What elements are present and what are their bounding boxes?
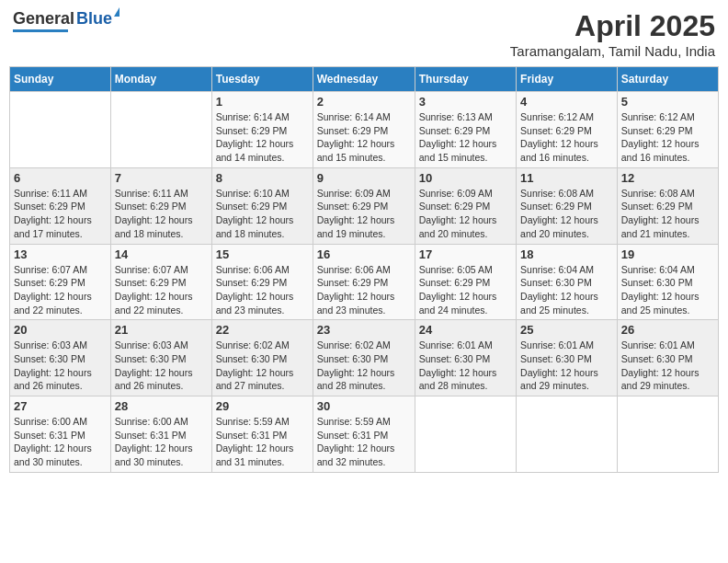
- calendar-header: SundayMondayTuesdayWednesdayThursdayFrid…: [10, 67, 719, 92]
- day-info: Sunrise: 6:00 AM Sunset: 6:31 PM Dayligh…: [115, 415, 208, 469]
- day-number: 2: [317, 95, 411, 109]
- day-number: 16: [317, 247, 411, 261]
- page-header: General Blue April 2025 Taramangalam, Ta…: [9, 9, 719, 59]
- calendar-week-3: 13Sunrise: 6:07 AM Sunset: 6:29 PM Dayli…: [10, 244, 719, 320]
- calendar-cell: 10Sunrise: 6:09 AM Sunset: 6:29 PM Dayli…: [415, 167, 516, 244]
- header-cell-thursday: Thursday: [415, 67, 516, 92]
- day-info: Sunrise: 6:08 AM Sunset: 6:29 PM Dayligh…: [520, 187, 613, 241]
- day-number: 28: [115, 399, 208, 413]
- calendar-cell: [617, 396, 718, 473]
- day-info: Sunrise: 6:02 AM Sunset: 6:30 PM Dayligh…: [317, 339, 411, 393]
- day-info: Sunrise: 6:07 AM Sunset: 6:29 PM Dayligh…: [115, 263, 208, 317]
- day-info: Sunrise: 6:01 AM Sunset: 6:30 PM Dayligh…: [419, 339, 512, 393]
- day-number: 21: [115, 323, 208, 337]
- calendar-cell: 29Sunrise: 5:59 AM Sunset: 6:31 PM Dayli…: [211, 396, 313, 473]
- calendar-cell: 20Sunrise: 6:03 AM Sunset: 6:30 PM Dayli…: [10, 320, 111, 396]
- calendar-cell: 5Sunrise: 6:12 AM Sunset: 6:29 PM Daylig…: [617, 92, 718, 168]
- calendar-cell: 14Sunrise: 6:07 AM Sunset: 6:29 PM Dayli…: [110, 244, 211, 320]
- logo-triangle: [114, 7, 119, 17]
- day-number: 30: [317, 399, 411, 413]
- calendar-cell: 3Sunrise: 6:13 AM Sunset: 6:29 PM Daylig…: [415, 92, 516, 168]
- calendar-week-5: 27Sunrise: 6:00 AM Sunset: 6:31 PM Dayli…: [10, 396, 719, 473]
- calendar-cell: 2Sunrise: 6:14 AM Sunset: 6:29 PM Daylig…: [313, 92, 415, 168]
- calendar-cell: 6Sunrise: 6:11 AM Sunset: 6:29 PM Daylig…: [10, 167, 111, 244]
- calendar-cell: 27Sunrise: 6:00 AM Sunset: 6:31 PM Dayli…: [10, 396, 111, 473]
- day-number: 1: [216, 95, 309, 109]
- day-info: Sunrise: 6:06 AM Sunset: 6:29 PM Dayligh…: [317, 263, 411, 317]
- calendar-cell: [517, 396, 618, 473]
- calendar-cell: 26Sunrise: 6:01 AM Sunset: 6:30 PM Dayli…: [617, 320, 718, 396]
- calendar-week-4: 20Sunrise: 6:03 AM Sunset: 6:30 PM Dayli…: [10, 320, 719, 396]
- day-info: Sunrise: 6:12 AM Sunset: 6:29 PM Dayligh…: [621, 110, 714, 165]
- day-info: Sunrise: 6:02 AM Sunset: 6:30 PM Dayligh…: [216, 339, 309, 393]
- calendar-cell: 7Sunrise: 6:11 AM Sunset: 6:29 PM Daylig…: [110, 167, 211, 244]
- day-number: 12: [621, 171, 714, 185]
- day-number: 25: [520, 323, 613, 337]
- day-info: Sunrise: 5:59 AM Sunset: 6:31 PM Dayligh…: [216, 415, 309, 469]
- day-number: 13: [14, 247, 107, 261]
- calendar-cell: 30Sunrise: 5:59 AM Sunset: 6:31 PM Dayli…: [313, 396, 415, 473]
- calendar-week-2: 6Sunrise: 6:11 AM Sunset: 6:29 PM Daylig…: [10, 167, 719, 244]
- day-info: Sunrise: 5:59 AM Sunset: 6:31 PM Dayligh…: [317, 415, 411, 469]
- day-number: 8: [216, 171, 309, 185]
- day-info: Sunrise: 6:12 AM Sunset: 6:29 PM Dayligh…: [520, 110, 613, 165]
- day-info: Sunrise: 6:14 AM Sunset: 6:29 PM Dayligh…: [216, 110, 309, 165]
- day-number: 26: [621, 323, 714, 337]
- day-info: Sunrise: 6:13 AM Sunset: 6:29 PM Dayligh…: [419, 110, 512, 165]
- calendar-cell: 11Sunrise: 6:08 AM Sunset: 6:29 PM Dayli…: [517, 167, 618, 244]
- day-number: 17: [419, 247, 512, 261]
- calendar-cell: 23Sunrise: 6:02 AM Sunset: 6:30 PM Dayli…: [313, 320, 415, 396]
- calendar-cell: 17Sunrise: 6:05 AM Sunset: 6:29 PM Dayli…: [415, 244, 516, 320]
- calendar-table: SundayMondayTuesdayWednesdayThursdayFrid…: [9, 66, 719, 473]
- day-info: Sunrise: 6:09 AM Sunset: 6:29 PM Dayligh…: [317, 187, 411, 241]
- day-number: 11: [520, 171, 613, 185]
- day-number: 27: [14, 399, 107, 413]
- day-number: 3: [419, 95, 512, 109]
- day-number: 4: [520, 95, 613, 109]
- day-number: 5: [621, 95, 714, 109]
- day-number: 20: [14, 323, 107, 337]
- day-number: 19: [621, 247, 714, 261]
- calendar-cell: 28Sunrise: 6:00 AM Sunset: 6:31 PM Dayli…: [110, 396, 211, 473]
- calendar-cell: 21Sunrise: 6:03 AM Sunset: 6:30 PM Dayli…: [110, 320, 211, 396]
- day-info: Sunrise: 6:03 AM Sunset: 6:30 PM Dayligh…: [115, 339, 208, 393]
- header-cell-monday: Monday: [110, 67, 211, 92]
- day-info: Sunrise: 6:11 AM Sunset: 6:29 PM Dayligh…: [115, 187, 208, 241]
- day-info: Sunrise: 6:03 AM Sunset: 6:30 PM Dayligh…: [14, 339, 107, 393]
- day-info: Sunrise: 6:00 AM Sunset: 6:31 PM Dayligh…: [14, 415, 107, 469]
- calendar-cell: 9Sunrise: 6:09 AM Sunset: 6:29 PM Daylig…: [313, 167, 415, 244]
- day-info: Sunrise: 6:01 AM Sunset: 6:30 PM Dayligh…: [520, 339, 613, 393]
- calendar-week-1: 1Sunrise: 6:14 AM Sunset: 6:29 PM Daylig…: [10, 92, 719, 168]
- day-info: Sunrise: 6:11 AM Sunset: 6:29 PM Dayligh…: [14, 187, 107, 241]
- header-cell-saturday: Saturday: [617, 67, 718, 92]
- day-number: 7: [115, 171, 208, 185]
- header-row: SundayMondayTuesdayWednesdayThursdayFrid…: [10, 67, 719, 92]
- day-info: Sunrise: 6:07 AM Sunset: 6:29 PM Dayligh…: [14, 263, 107, 317]
- day-info: Sunrise: 6:09 AM Sunset: 6:29 PM Dayligh…: [419, 187, 512, 241]
- calendar-cell: 15Sunrise: 6:06 AM Sunset: 6:29 PM Dayli…: [211, 244, 313, 320]
- title-area: April 2025 Taramangalam, Tamil Nadu, Ind…: [510, 9, 715, 59]
- header-cell-sunday: Sunday: [10, 67, 111, 92]
- calendar-cell: 13Sunrise: 6:07 AM Sunset: 6:29 PM Dayli…: [10, 244, 111, 320]
- day-number: 14: [115, 247, 208, 261]
- calendar-cell: [110, 92, 211, 168]
- day-number: 18: [520, 247, 613, 261]
- day-number: 6: [14, 171, 107, 185]
- calendar-body: 1Sunrise: 6:14 AM Sunset: 6:29 PM Daylig…: [10, 92, 719, 473]
- calendar-cell: 8Sunrise: 6:10 AM Sunset: 6:29 PM Daylig…: [211, 167, 313, 244]
- day-number: 10: [419, 171, 512, 185]
- calendar-cell: 19Sunrise: 6:04 AM Sunset: 6:30 PM Dayli…: [617, 244, 718, 320]
- day-info: Sunrise: 6:04 AM Sunset: 6:30 PM Dayligh…: [621, 263, 714, 317]
- header-cell-wednesday: Wednesday: [313, 67, 415, 92]
- calendar-cell: 18Sunrise: 6:04 AM Sunset: 6:30 PM Dayli…: [517, 244, 618, 320]
- day-number: 29: [216, 399, 309, 413]
- calendar-cell: [10, 92, 111, 168]
- page-title: April 2025: [510, 9, 715, 43]
- day-number: 15: [216, 247, 309, 261]
- calendar-cell: 4Sunrise: 6:12 AM Sunset: 6:29 PM Daylig…: [517, 92, 618, 168]
- day-info: Sunrise: 6:14 AM Sunset: 6:29 PM Dayligh…: [317, 110, 411, 165]
- logo-general: General: [13, 9, 74, 29]
- day-info: Sunrise: 6:04 AM Sunset: 6:30 PM Dayligh…: [520, 263, 613, 317]
- calendar-cell: 25Sunrise: 6:01 AM Sunset: 6:30 PM Dayli…: [517, 320, 618, 396]
- calendar-cell: 16Sunrise: 6:06 AM Sunset: 6:29 PM Dayli…: [313, 244, 415, 320]
